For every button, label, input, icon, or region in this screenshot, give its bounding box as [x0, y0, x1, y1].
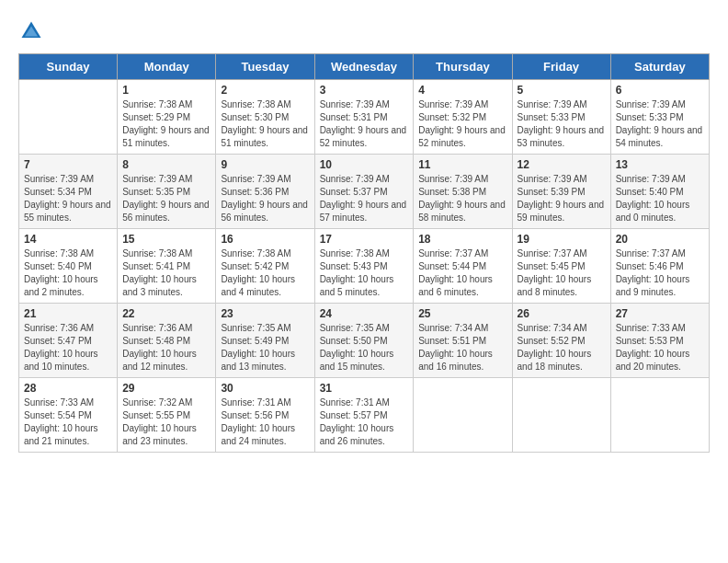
calendar-cell: 30 Sunrise: 7:31 AMSunset: 5:56 PMDaylig…: [216, 378, 314, 453]
day-info: Sunrise: 7:31 AMSunset: 5:57 PMDaylight:…: [320, 396, 409, 448]
weekday-header-thursday: Thursday: [414, 54, 512, 80]
day-number: 6: [616, 84, 704, 97]
calendar-cell: [610, 378, 709, 453]
page-header: [18, 18, 710, 44]
day-info: Sunrise: 7:32 AMSunset: 5:55 PMDaylight:…: [122, 396, 210, 448]
day-number: 28: [24, 382, 112, 395]
day-number: 3: [320, 84, 409, 97]
day-number: 23: [221, 307, 309, 320]
calendar-week-2: 7 Sunrise: 7:39 AMSunset: 5:34 PMDayligh…: [19, 155, 710, 229]
day-number: 24: [320, 307, 409, 320]
day-number: 7: [24, 158, 112, 171]
calendar-cell: 9 Sunrise: 7:39 AMSunset: 5:36 PMDayligh…: [216, 155, 314, 229]
calendar-cell: 20 Sunrise: 7:37 AMSunset: 5:46 PMDaylig…: [610, 229, 709, 304]
day-info: Sunrise: 7:33 AMSunset: 5:53 PMDaylight:…: [616, 322, 704, 373]
weekday-header-friday: Friday: [512, 54, 610, 80]
calendar-cell: 15 Sunrise: 7:38 AMSunset: 5:41 PMDaylig…: [118, 229, 216, 304]
logo-icon: [18, 18, 44, 44]
calendar-cell: 13 Sunrise: 7:39 AMSunset: 5:40 PMDaylig…: [610, 155, 709, 229]
day-number: 1: [122, 84, 210, 97]
day-number: 30: [221, 382, 309, 395]
calendar-cell: 12 Sunrise: 7:39 AMSunset: 5:39 PMDaylig…: [512, 155, 610, 229]
calendar-cell: 17 Sunrise: 7:38 AMSunset: 5:43 PMDaylig…: [314, 229, 414, 304]
calendar-cell: 23 Sunrise: 7:35 AMSunset: 5:49 PMDaylig…: [216, 304, 314, 378]
weekday-header-tuesday: Tuesday: [216, 54, 314, 80]
calendar-cell: 16 Sunrise: 7:38 AMSunset: 5:42 PMDaylig…: [216, 229, 314, 304]
day-info: Sunrise: 7:39 AMSunset: 5:40 PMDaylight:…: [616, 173, 704, 224]
day-info: Sunrise: 7:36 AMSunset: 5:47 PMDaylight:…: [24, 322, 112, 373]
calendar-cell: [19, 80, 118, 155]
day-number: 11: [418, 158, 506, 171]
day-info: Sunrise: 7:35 AMSunset: 5:50 PMDaylight:…: [320, 322, 409, 373]
day-info: Sunrise: 7:39 AMSunset: 5:32 PMDaylight:…: [418, 98, 506, 150]
day-info: Sunrise: 7:37 AMSunset: 5:46 PMDaylight:…: [616, 247, 704, 299]
day-info: Sunrise: 7:39 AMSunset: 5:33 PMDaylight:…: [616, 98, 704, 150]
calendar-cell: 25 Sunrise: 7:34 AMSunset: 5:51 PMDaylig…: [414, 304, 512, 378]
weekday-header-saturday: Saturday: [610, 54, 709, 80]
day-number: 15: [122, 233, 210, 246]
day-number: 25: [418, 307, 506, 320]
logo: [18, 18, 48, 44]
day-info: Sunrise: 7:34 AMSunset: 5:52 PMDaylight:…: [518, 322, 606, 373]
calendar-week-5: 28 Sunrise: 7:33 AMSunset: 5:54 PMDaylig…: [19, 378, 710, 453]
calendar-cell: 28 Sunrise: 7:33 AMSunset: 5:54 PMDaylig…: [19, 378, 118, 453]
calendar-week-1: 1 Sunrise: 7:38 AMSunset: 5:29 PMDayligh…: [19, 80, 710, 155]
day-info: Sunrise: 7:38 AMSunset: 5:30 PMDaylight:…: [221, 98, 309, 150]
weekday-header-sunday: Sunday: [19, 54, 118, 80]
day-info: Sunrise: 7:35 AMSunset: 5:49 PMDaylight:…: [221, 322, 309, 373]
calendar-cell: [414, 378, 512, 453]
day-number: 10: [320, 158, 409, 171]
calendar-cell: 26 Sunrise: 7:34 AMSunset: 5:52 PMDaylig…: [512, 304, 610, 378]
calendar-cell: 21 Sunrise: 7:36 AMSunset: 5:47 PMDaylig…: [19, 304, 118, 378]
day-info: Sunrise: 7:38 AMSunset: 5:42 PMDaylight:…: [221, 247, 309, 299]
calendar-cell: 4 Sunrise: 7:39 AMSunset: 5:32 PMDayligh…: [414, 80, 512, 155]
day-number: 19: [518, 233, 606, 246]
day-number: 22: [122, 307, 210, 320]
day-info: Sunrise: 7:38 AMSunset: 5:43 PMDaylight:…: [320, 247, 409, 299]
day-info: Sunrise: 7:37 AMSunset: 5:44 PMDaylight:…: [418, 247, 506, 299]
calendar-cell: 24 Sunrise: 7:35 AMSunset: 5:50 PMDaylig…: [314, 304, 414, 378]
day-info: Sunrise: 7:39 AMSunset: 5:33 PMDaylight:…: [518, 98, 606, 150]
day-number: 9: [221, 158, 309, 171]
calendar-week-4: 21 Sunrise: 7:36 AMSunset: 5:47 PMDaylig…: [19, 304, 710, 378]
calendar-cell: 27 Sunrise: 7:33 AMSunset: 5:53 PMDaylig…: [610, 304, 709, 378]
day-number: 20: [616, 233, 704, 246]
calendar-cell: 2 Sunrise: 7:38 AMSunset: 5:30 PMDayligh…: [216, 80, 314, 155]
day-info: Sunrise: 7:39 AMSunset: 5:39 PMDaylight:…: [518, 173, 606, 224]
calendar-cell: 31 Sunrise: 7:31 AMSunset: 5:57 PMDaylig…: [314, 378, 414, 453]
calendar-cell: 1 Sunrise: 7:38 AMSunset: 5:29 PMDayligh…: [118, 80, 216, 155]
day-info: Sunrise: 7:31 AMSunset: 5:56 PMDaylight:…: [221, 396, 309, 448]
calendar-week-3: 14 Sunrise: 7:38 AMSunset: 5:40 PMDaylig…: [19, 229, 710, 304]
calendar-cell: 19 Sunrise: 7:37 AMSunset: 5:45 PMDaylig…: [512, 229, 610, 304]
calendar-cell: 11 Sunrise: 7:39 AMSunset: 5:38 PMDaylig…: [414, 155, 512, 229]
day-number: 18: [418, 233, 506, 246]
day-info: Sunrise: 7:33 AMSunset: 5:54 PMDaylight:…: [24, 396, 112, 448]
calendar-table: SundayMondayTuesdayWednesdayThursdayFrid…: [18, 53, 710, 453]
day-number: 31: [320, 382, 409, 395]
day-number: 5: [518, 84, 606, 97]
day-info: Sunrise: 7:39 AMSunset: 5:31 PMDaylight:…: [320, 98, 409, 150]
day-info: Sunrise: 7:36 AMSunset: 5:48 PMDaylight:…: [122, 322, 210, 373]
day-number: 8: [122, 158, 210, 171]
calendar-cell: 7 Sunrise: 7:39 AMSunset: 5:34 PMDayligh…: [19, 155, 118, 229]
day-number: 16: [221, 233, 309, 246]
day-number: 4: [418, 84, 506, 97]
calendar-header-row: SundayMondayTuesdayWednesdayThursdayFrid…: [19, 54, 710, 80]
calendar-cell: 3 Sunrise: 7:39 AMSunset: 5:31 PMDayligh…: [314, 80, 414, 155]
calendar-cell: 29 Sunrise: 7:32 AMSunset: 5:55 PMDaylig…: [118, 378, 216, 453]
day-info: Sunrise: 7:39 AMSunset: 5:36 PMDaylight:…: [221, 173, 309, 224]
day-info: Sunrise: 7:39 AMSunset: 5:37 PMDaylight:…: [320, 173, 409, 224]
day-info: Sunrise: 7:38 AMSunset: 5:29 PMDaylight:…: [122, 98, 210, 150]
day-info: Sunrise: 7:38 AMSunset: 5:41 PMDaylight:…: [122, 247, 210, 299]
calendar-cell: 5 Sunrise: 7:39 AMSunset: 5:33 PMDayligh…: [512, 80, 610, 155]
day-number: 14: [24, 233, 112, 246]
calendar-cell: 14 Sunrise: 7:38 AMSunset: 5:40 PMDaylig…: [19, 229, 118, 304]
day-info: Sunrise: 7:39 AMSunset: 5:38 PMDaylight:…: [418, 173, 506, 224]
day-number: 21: [24, 307, 112, 320]
day-number: 2: [221, 84, 309, 97]
day-info: Sunrise: 7:39 AMSunset: 5:34 PMDaylight:…: [24, 173, 112, 224]
day-number: 13: [616, 158, 704, 171]
day-info: Sunrise: 7:37 AMSunset: 5:45 PMDaylight:…: [518, 247, 606, 299]
day-info: Sunrise: 7:34 AMSunset: 5:51 PMDaylight:…: [418, 322, 506, 373]
calendar-cell: 22 Sunrise: 7:36 AMSunset: 5:48 PMDaylig…: [118, 304, 216, 378]
